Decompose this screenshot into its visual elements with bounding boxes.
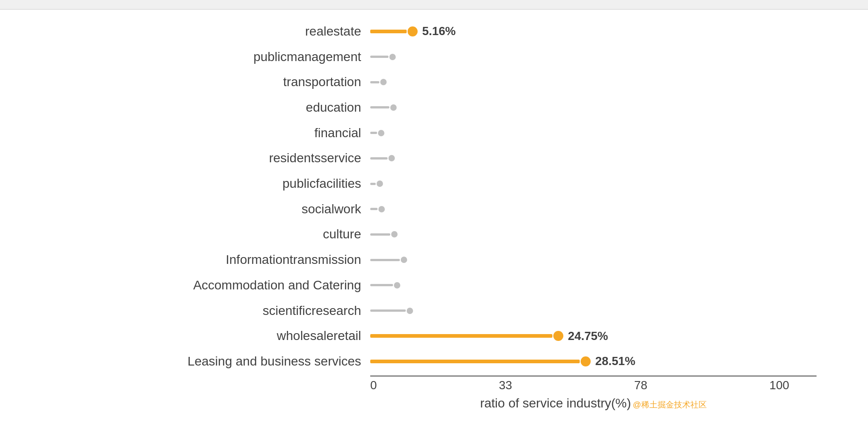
bar-gray-4: [370, 132, 377, 134]
bar-track-2: [370, 79, 387, 85]
bar-track-3: [370, 104, 397, 111]
x-axis-title-text: ratio of service industry(%): [480, 396, 631, 410]
dot-gray-7: [378, 206, 385, 212]
bar-gray-5: [370, 157, 388, 160]
chart-row-11: scientificresearch: [42, 299, 817, 323]
chart-row-2: transportation: [42, 70, 817, 94]
bar-gray-11: [370, 309, 406, 312]
row-label-11: scientificresearch: [42, 304, 370, 318]
value-label-13: 28.51%: [595, 354, 635, 368]
row-label-7: socialwork: [42, 202, 370, 216]
bar-track-0: 5.16%: [370, 24, 456, 38]
chart-row-1: publicmanagement: [42, 45, 817, 69]
bar-gray-3: [370, 106, 389, 108]
chart-row-0: realestate5.16%: [42, 20, 817, 43]
chart-row-8: culture: [42, 222, 817, 246]
bar-track-4: [370, 130, 384, 136]
chart-row-6: publicfacilities: [42, 172, 817, 196]
bar-section-8: [370, 231, 817, 237]
bar-section-2: [370, 79, 817, 85]
row-label-0: realestate: [42, 24, 370, 39]
bar-track-1: [370, 54, 396, 60]
bar-track-12: 24.75%: [370, 329, 608, 343]
bar-section-9: [370, 257, 817, 263]
bar-orange-12: [370, 334, 552, 338]
bar-section-5: [370, 155, 817, 161]
chart-area: realestate5.16%publicmanagementtransport…: [42, 19, 817, 374]
bar-track-6: [370, 180, 383, 187]
x-axis: [370, 376, 817, 376]
dot-gray-5: [388, 155, 395, 161]
row-label-5: residentsservice: [42, 151, 370, 165]
dot-orange-12: [553, 331, 563, 341]
chart-row-9: Informationtransmission: [42, 248, 817, 272]
bar-gray-6: [370, 183, 376, 185]
bar-section-12: 24.75%: [370, 329, 817, 343]
bar-section-7: [370, 206, 817, 212]
chart-row-3: education: [42, 96, 817, 119]
value-label-12: 24.75%: [568, 329, 608, 343]
bar-section-1: [370, 54, 817, 60]
dot-gray-3: [390, 104, 397, 111]
bar-gray-1: [370, 56, 388, 58]
dot-orange-0: [408, 26, 418, 36]
bar-gray-9: [370, 259, 400, 261]
row-label-9: Informationtransmission: [42, 252, 370, 267]
bar-section-11: [370, 308, 817, 314]
chart-container: realestate5.16%publicmanagementtransport…: [0, 10, 868, 438]
bar-track-9: [370, 257, 407, 263]
chart-row-4: financial: [42, 121, 817, 145]
x-axis-labels: 03378100: [370, 378, 789, 392]
bar-section-13: 28.51%: [370, 354, 817, 368]
bar-section-6: [370, 180, 817, 187]
value-label-0: 5.16%: [422, 24, 456, 38]
chart-row-5: residentsservice: [42, 146, 817, 170]
dot-gray-9: [401, 257, 407, 263]
x-tick-0: 0: [370, 378, 377, 392]
row-label-1: publicmanagement: [42, 50, 370, 64]
dot-gray-4: [378, 130, 384, 136]
chart-inner: realestate5.16%publicmanagementtransport…: [42, 19, 817, 411]
dot-gray-1: [389, 54, 396, 60]
dot-gray-10: [394, 282, 400, 289]
bar-track-10: [370, 282, 400, 289]
chart-row-7: socialwork: [42, 197, 817, 221]
bar-track-13: 28.51%: [370, 354, 635, 368]
row-label-8: culture: [42, 227, 370, 242]
bar-gray-8: [370, 233, 390, 236]
bar-track-7: [370, 206, 385, 212]
bar-track-8: [370, 231, 398, 237]
bar-gray-10: [370, 284, 393, 286]
bar-section-3: [370, 104, 817, 111]
bar-gray-2: [370, 81, 379, 83]
chart-row-12: wholesaleretail24.75%: [42, 324, 817, 348]
dot-gray-11: [407, 308, 413, 314]
bar-track-11: [370, 308, 413, 314]
row-label-6: publicfacilities: [42, 176, 370, 191]
x-tick-2: 78: [634, 378, 648, 392]
bar-section-10: [370, 282, 817, 289]
bar-section-0: 5.16%: [370, 24, 817, 38]
watermark: @稀土掘金技术社区: [633, 400, 707, 409]
x-tick-1: 33: [499, 378, 512, 392]
toolbar: [0, 0, 868, 10]
row-label-3: education: [42, 100, 370, 115]
row-label-10: Accommodation and Catering: [42, 278, 370, 293]
x-axis-title: ratio of service industry(%)@稀土掘金技术社区: [370, 396, 817, 411]
row-label-2: transportation: [42, 75, 370, 89]
dot-orange-13: [581, 356, 591, 366]
dot-gray-8: [391, 231, 398, 237]
row-label-12: wholesaleretail: [42, 329, 370, 343]
bar-track-5: [370, 155, 395, 161]
dot-gray-6: [377, 180, 383, 187]
bar-gray-7: [370, 208, 378, 210]
chart-row-10: Accommodation and Catering: [42, 273, 817, 297]
row-label-13: Leasing and business services: [42, 354, 370, 369]
bar-orange-0: [370, 30, 407, 33]
bar-orange-13: [370, 360, 580, 363]
row-label-4: financial: [42, 126, 370, 140]
dot-gray-2: [380, 79, 387, 85]
x-tick-3: 100: [770, 378, 789, 392]
bar-section-4: [370, 130, 817, 136]
chart-row-13: Leasing and business services28.51%: [42, 350, 817, 373]
